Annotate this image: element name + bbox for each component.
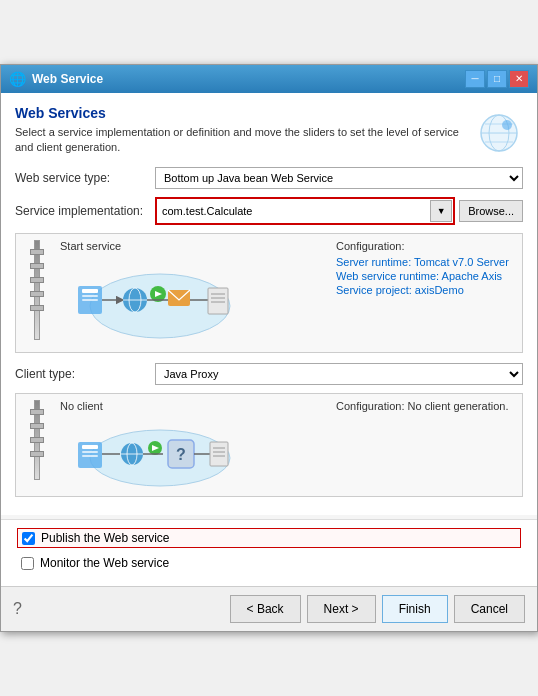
client-section-box: No client [15, 393, 523, 497]
service-type-label: Web service type: [15, 171, 155, 185]
svg-rect-39 [210, 442, 228, 466]
title-bar-controls: ─ □ ✕ [465, 70, 529, 88]
start-label: Start service [60, 240, 121, 252]
footer: ? < Back Next > Finish Cancel [1, 586, 537, 631]
client-diagram-svg: ? [60, 412, 240, 490]
config-link-runtime[interactable]: Web service runtime: Apache Axis [336, 270, 516, 282]
client-type-select[interactable]: Java Proxy No client [155, 363, 523, 385]
main-window: 🌐 Web Service ─ □ ✕ Web Services Select … [0, 64, 538, 633]
service-type-select[interactable]: Bottom up Java bean Web Service Top down… [155, 167, 523, 189]
checkboxes-area: Publish the Web service Monitor the Web … [1, 519, 537, 586]
back-button[interactable]: < Back [230, 595, 301, 623]
service-diagram: Start service [60, 240, 328, 346]
service-impl-row: Service implementation: ▼ Browse... [15, 197, 523, 225]
maximize-button[interactable]: □ [487, 70, 507, 88]
svg-rect-27 [82, 451, 98, 453]
globe-decoration [475, 109, 523, 160]
minimize-button[interactable]: ─ [465, 70, 485, 88]
title-bar-left: 🌐 Web Service [9, 71, 103, 87]
client-type-label: Client type: [15, 367, 155, 381]
page-title: Web Services [15, 105, 467, 121]
browse-button[interactable]: Browse... [459, 200, 523, 222]
config-link-project[interactable]: Service project: axisDemo [336, 284, 516, 296]
client-type-control: Java Proxy No client [155, 363, 523, 385]
window-icon: 🌐 [9, 71, 26, 87]
service-impl-label: Service implementation: [15, 204, 155, 218]
client-config-area: Configuration: No client generation. [336, 400, 516, 490]
svg-rect-26 [82, 445, 98, 449]
service-impl-dropdown[interactable]: ▼ [430, 200, 452, 222]
help-button[interactable]: ? [13, 600, 22, 618]
publish-checkbox-row: Publish the Web service [17, 528, 521, 548]
page-description: Select a service implementation or defin… [15, 125, 467, 156]
no-client-label: No client [60, 400, 103, 412]
svg-rect-28 [82, 455, 98, 457]
service-type-row: Web service type: Bottom up Java bean We… [15, 167, 523, 189]
monitor-checkbox-row: Monitor the Web service [17, 554, 521, 572]
config-title: Configuration: [336, 240, 516, 252]
publish-checkbox[interactable] [22, 532, 35, 545]
no-client-config-text: Configuration: No client generation. [336, 400, 516, 412]
service-impl-field-wrapper: ▼ [155, 197, 455, 225]
window-title: Web Service [32, 72, 103, 86]
service-impl-input[interactable] [158, 201, 430, 221]
close-button[interactable]: ✕ [509, 70, 529, 88]
cancel-button[interactable]: Cancel [454, 595, 525, 623]
svg-point-24 [90, 430, 230, 486]
svg-rect-8 [82, 289, 98, 293]
svg-rect-9 [82, 295, 98, 297]
main-content: Web Services Select a service implementa… [1, 93, 537, 516]
title-bar: 🌐 Web Service ─ □ ✕ [1, 65, 537, 93]
config-link-server[interactable]: Server runtime: Tomcat v7.0 Server [336, 256, 516, 268]
svg-rect-20 [208, 288, 228, 314]
service-diagram-svg [60, 256, 240, 341]
service-type-control: Bottom up Java bean Web Service Top down… [155, 167, 523, 189]
client-type-row: Client type: Java Proxy No client [15, 363, 523, 385]
client-slider-area [22, 400, 52, 490]
client-diagram: No client [60, 400, 328, 490]
svg-rect-10 [82, 299, 98, 301]
footer-buttons: < Back Next > Finish Cancel [230, 595, 525, 623]
svg-text:?: ? [176, 446, 186, 463]
service-config-area: Configuration: Server runtime: Tomcat v7… [336, 240, 516, 346]
svg-point-5 [502, 120, 512, 130]
finish-button[interactable]: Finish [382, 595, 448, 623]
monitor-checkbox[interactable] [21, 557, 34, 570]
next-button[interactable]: Next > [307, 595, 376, 623]
service-slider-area [22, 240, 52, 346]
publish-label[interactable]: Publish the Web service [41, 531, 170, 545]
service-section-box: Start service [15, 233, 523, 353]
monitor-label[interactable]: Monitor the Web service [40, 556, 169, 570]
